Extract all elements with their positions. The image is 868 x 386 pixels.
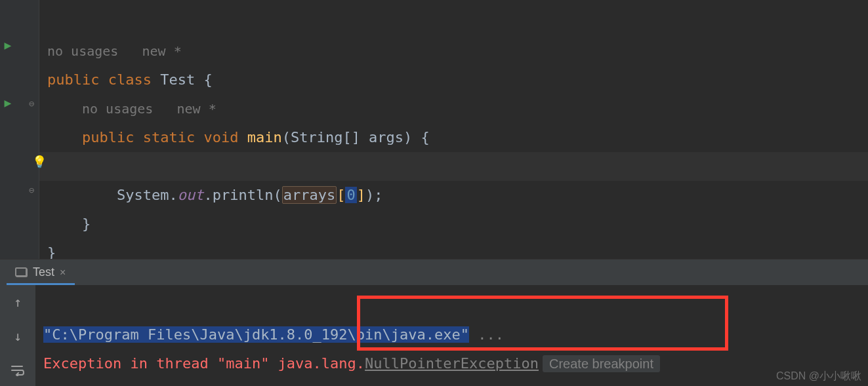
inlay-hint: no usages new *: [47, 43, 182, 59]
caret-selection: 0: [345, 187, 356, 203]
editor-gutter: ▶ ▶ ⊖ 💡 ⊖: [0, 0, 39, 259]
console-output[interactable]: "C:\Program Files\Java\jdk1.8.0_192\bin\…: [35, 285, 868, 386]
current-line-highlight: [39, 152, 868, 181]
soft-wrap-icon: [10, 364, 25, 376]
run-tab-label: Test: [33, 265, 54, 279]
command-line: "C:\Program Files\Java\jdk1.8.0_192\bin\…: [43, 326, 469, 343]
close-icon[interactable]: ×: [60, 267, 66, 279]
fold-close-icon[interactable]: ⊖: [12, 185, 51, 195]
run-class-icon[interactable]: ▶: [0, 38, 28, 52]
run-console-panel: ↑ ↓ "C:\Program Files\Java\jdk1.8.0_192\…: [0, 285, 868, 386]
keyword-public: public: [47, 71, 99, 88]
scroll-up-button[interactable]: ↑: [9, 293, 27, 311]
keyword-void: void: [203, 129, 238, 145]
code-editor[interactable]: ▶ ▶ ⊖ 💡 ⊖ no usages new * public class T…: [0, 0, 868, 259]
field-out: out: [178, 187, 204, 203]
keyword-class: class: [108, 71, 152, 88]
class-name: Test: [160, 71, 195, 88]
intention-bulb-icon[interactable]: 💡: [20, 155, 59, 168]
run-config-icon: [16, 268, 28, 277]
keyword-public: public: [82, 129, 134, 145]
inlay-hint: no usages new *: [82, 101, 217, 117]
keyword-static: static: [143, 129, 195, 145]
method-name: main: [247, 129, 282, 145]
exception-class-link[interactable]: NullPointerException: [365, 355, 539, 372]
soft-wrap-button[interactable]: [9, 361, 27, 379]
run-tool-tabbar: Test ×: [0, 259, 868, 285]
watermark: CSDN @小小啾啾: [776, 370, 861, 383]
highlighted-identifier: arrays: [282, 186, 337, 204]
create-breakpoint-button[interactable]: Create breakpoint: [543, 355, 660, 372]
console-toolbar: ↑ ↓: [0, 285, 35, 386]
fold-open-icon[interactable]: ⊖: [12, 98, 51, 109]
code-content[interactable]: no usages new * public class Test { no u…: [47, 0, 868, 259]
run-tab-test[interactable]: Test ×: [7, 261, 75, 285]
scroll-down-button[interactable]: ↓: [9, 327, 27, 345]
exception-line: Exception in thread "main" java.lang.: [43, 355, 365, 372]
